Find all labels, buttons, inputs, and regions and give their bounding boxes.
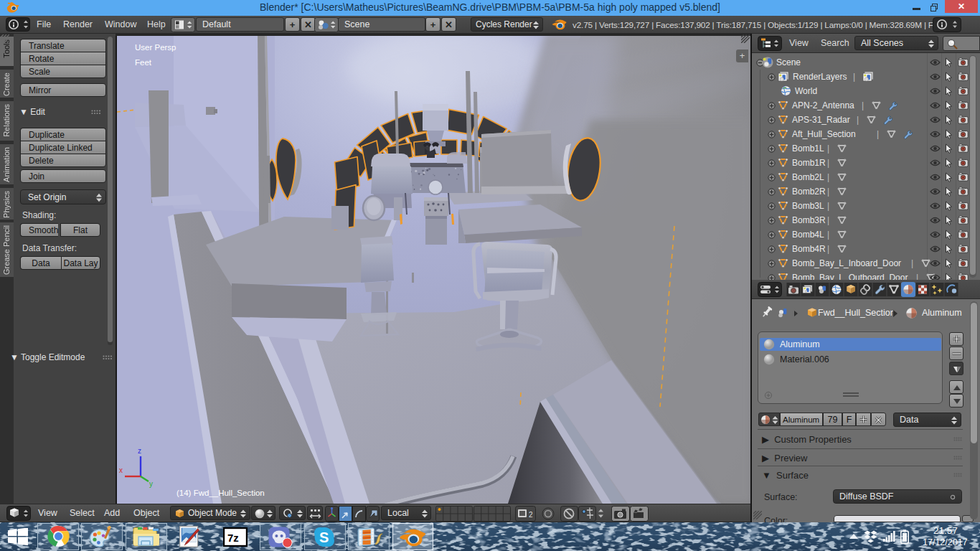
svg-text:x: x bbox=[119, 466, 123, 474]
svg-text:2: 2 bbox=[529, 511, 533, 519]
svg-text:7z: 7z bbox=[227, 532, 239, 544]
svg-text:S: S bbox=[319, 529, 329, 545]
svg-text:z: z bbox=[138, 447, 141, 455]
svg-text:y: y bbox=[149, 480, 153, 488]
